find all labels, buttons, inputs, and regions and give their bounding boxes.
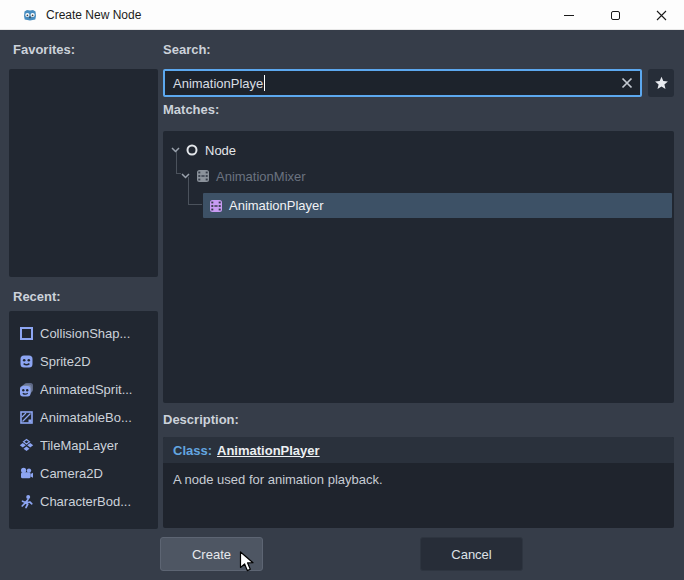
maximize-icon xyxy=(611,11,620,20)
tree-item-node[interactable]: Node xyxy=(205,143,236,158)
chevron-down-icon[interactable] xyxy=(171,147,180,153)
tile-map-layer-icon xyxy=(19,438,34,453)
class-prefix-label: Class: xyxy=(173,443,212,458)
description-text: A node used for animation playback. xyxy=(163,463,674,496)
recent-item-label: Sprite2D xyxy=(40,354,91,369)
recent-item-characterbody2d[interactable]: CharacterBod... xyxy=(9,487,158,515)
recent-item-animatablebody2d[interactable]: AnimatableBo... xyxy=(9,403,158,431)
recent-item-animatedsprite2d[interactable]: AnimatedSprit... xyxy=(9,375,158,403)
create-new-node-dialog: Create New Node Favorites: Recent: Colli… xyxy=(0,0,684,580)
chevron-down-icon[interactable] xyxy=(181,173,190,179)
collision-shape-2d-icon xyxy=(19,326,34,341)
tree-item-animationplayer[interactable]: AnimationPlayer xyxy=(229,198,324,213)
recent-item-label: CollisionShap... xyxy=(40,326,130,341)
animated-sprite-2d-icon xyxy=(19,382,34,397)
recent-label: Recent: xyxy=(13,289,61,304)
description-label: Description: xyxy=(163,412,239,427)
recent-item-camera2d[interactable]: Camera2D xyxy=(9,459,158,487)
animation-mixer-icon xyxy=(196,169,210,183)
favorite-toggle-button[interactable] xyxy=(648,69,674,97)
clear-search-icon[interactable] xyxy=(620,76,634,90)
minimize-icon xyxy=(564,15,574,16)
matches-label: Matches: xyxy=(163,102,219,117)
node-icon xyxy=(185,143,199,157)
search-value: AnimationPlaye xyxy=(173,76,263,91)
animation-player-icon xyxy=(209,199,223,213)
recent-panel: CollisionShap... Sprite2D AnimatedSprit.… xyxy=(9,311,158,529)
godot-logo-icon xyxy=(22,7,38,23)
description-class-row: Class: AnimationPlayer xyxy=(163,437,674,463)
create-button[interactable]: Create xyxy=(160,537,263,571)
maximize-button[interactable] xyxy=(592,0,638,30)
minimize-button[interactable] xyxy=(546,0,592,30)
star-icon xyxy=(654,76,669,91)
cancel-button[interactable]: Cancel xyxy=(420,537,523,571)
recent-item-label: CharacterBod... xyxy=(40,494,131,509)
titlebar[interactable]: Create New Node xyxy=(0,0,684,30)
class-name-link[interactable]: AnimationPlayer xyxy=(217,443,320,458)
description-panel: Class: AnimationPlayer A node used for a… xyxy=(163,437,674,528)
matches-tree-panel: Node AnimationMixer AnimationPlayer xyxy=(163,131,674,403)
recent-item-label: TileMapLayer xyxy=(40,438,118,453)
favorites-label: Favorites: xyxy=(13,42,75,57)
recent-item-label: AnimatedSprit... xyxy=(40,382,133,397)
character-body-2d-icon xyxy=(19,494,34,509)
recent-item-collisionshape2d[interactable]: CollisionShap... xyxy=(9,319,158,347)
text-caret xyxy=(264,75,265,91)
recent-item-sprite2d[interactable]: Sprite2D xyxy=(9,347,158,375)
sprite-2d-icon xyxy=(19,354,34,369)
close-icon xyxy=(656,10,667,21)
window-title: Create New Node xyxy=(46,8,141,22)
camera-2d-icon xyxy=(19,466,34,481)
search-label: Search: xyxy=(163,42,211,57)
recent-item-label: Camera2D xyxy=(40,466,103,481)
tree-item-animationmixer[interactable]: AnimationMixer xyxy=(216,169,306,184)
search-input[interactable]: AnimationPlaye xyxy=(163,69,642,97)
close-button[interactable] xyxy=(638,0,684,30)
tree-guide-line xyxy=(176,151,181,174)
animatable-body-2d-icon xyxy=(19,410,34,425)
recent-item-label: AnimatableBo... xyxy=(40,410,132,425)
recent-item-tilemaplayer[interactable]: TileMapLayer xyxy=(9,431,158,459)
favorites-panel[interactable] xyxy=(9,69,158,277)
